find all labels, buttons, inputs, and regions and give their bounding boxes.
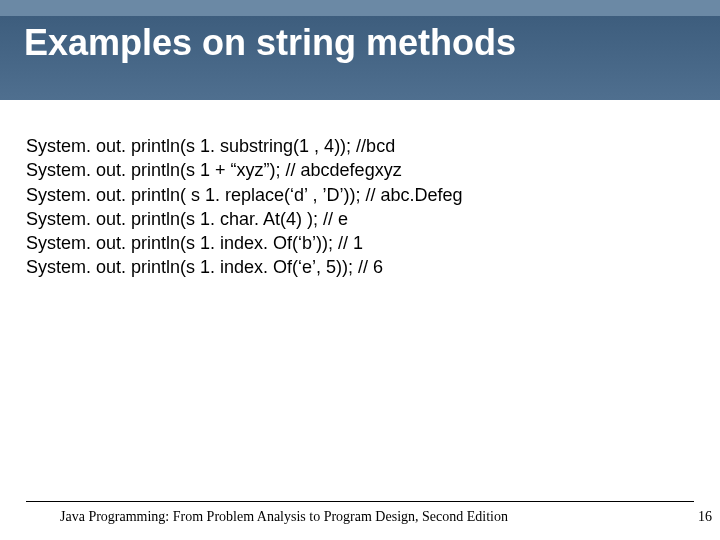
- code-line: System. out. println(s 1. index. Of(‘b’)…: [26, 231, 694, 255]
- code-line: System. out. println(s 1 + “xyz”); // ab…: [26, 158, 694, 182]
- footer-divider: [26, 501, 694, 502]
- slide-title: Examples on string methods: [0, 0, 720, 64]
- code-line: System. out. println(s 1. char. At(4) );…: [26, 207, 694, 231]
- code-line: System. out. println(s 1. substring(1 , …: [26, 134, 694, 158]
- slide-content: System. out. println(s 1. substring(1 , …: [0, 100, 720, 280]
- code-line: System. out. println( s 1. replace(‘d’ ,…: [26, 183, 694, 207]
- title-bar: Examples on string methods: [0, 0, 720, 100]
- footer-text: Java Programming: From Problem Analysis …: [60, 509, 508, 525]
- page-number: 16: [698, 509, 712, 525]
- code-line: System. out. println(s 1. index. Of(‘e’,…: [26, 255, 694, 279]
